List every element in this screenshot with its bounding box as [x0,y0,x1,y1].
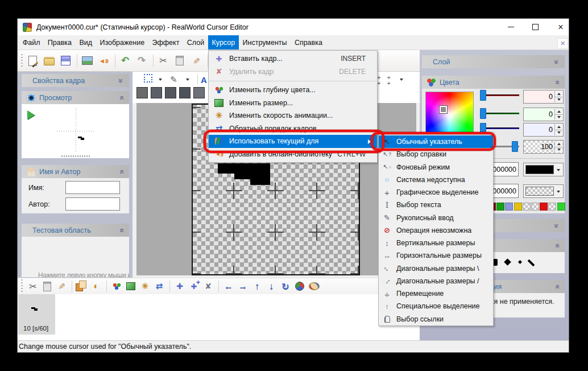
brush-icon[interactable] [55,279,68,293]
panel-header-frame-properties[interactable]: Свойства кадра [22,74,129,87]
menu-file[interactable]: Файл [19,35,44,50]
menu-item-resize[interactable]: Изменить размер... [209,97,377,110]
alpha-spinner[interactable] [554,141,562,152]
rotate-icon[interactable] [279,279,292,293]
submenu-item-move[interactable]: Перемещение [379,287,493,300]
submenu-item-alternate-select[interactable]: Специальное выделение [379,300,493,312]
menu-item-color-depth[interactable]: Изменить глубину цвета... [209,84,377,97]
add-frame-icon[interactable] [173,279,187,293]
toolbar-grip[interactable] [21,279,23,293]
pencil-tool-icon[interactable] [170,74,177,85]
play-icon[interactable] [27,110,35,119]
save-icon[interactable] [59,54,72,68]
submenu-item-precision-select[interactable]: Графическое выделение [379,186,493,199]
menu-item-animation-speed[interactable]: Изменить скорость анимации... [209,109,377,122]
chevron-up-icon[interactable] [553,241,561,250]
redo-icon[interactable] [135,54,148,68]
primary-color-combo[interactable] [523,163,564,176]
name-field[interactable] [65,181,120,194]
color-wheel-marker[interactable] [440,106,447,113]
publish-icon[interactable] [97,54,110,68]
chevron-up-icon[interactable] [553,282,561,291]
panel-header-name-author[interactable]: Имя и Автор [22,165,129,178]
selection-dropdown-icon[interactable] [159,79,162,81]
menu-layer[interactable]: Слой [183,35,208,50]
palette-swatch[interactable] [540,203,548,211]
paste-icon[interactable] [173,54,186,68]
brush-swatch[interactable] [193,87,205,98]
animation-speed-icon[interactable] [138,279,152,293]
move-left-icon[interactable] [222,279,235,293]
submenu-item-working-background[interactable]: Фоновый режим [379,161,493,174]
move-right-icon[interactable] [236,279,250,293]
cut-icon[interactable] [157,54,169,68]
reverse-order-icon[interactable] [152,279,166,293]
chevron-up-icon[interactable] [553,78,561,86]
submenu-item-link-select[interactable]: Выбор ссылки [379,313,493,325]
move-up-icon[interactable] [250,279,264,293]
submenu-item-unavailable[interactable]: Операция невозможна [379,224,493,237]
palette-icon[interactable] [307,279,321,293]
submenu-item-busy[interactable]: Система недоступна [379,174,493,186]
grid-dropdown-icon[interactable] [400,79,403,81]
chevron-down-icon[interactable] [553,221,561,230]
palette-swatch[interactable] [557,203,565,211]
secondary-color-combo[interactable] [523,184,564,198]
submenu-item-diagonal-resize-1[interactable]: Диагональные размеры \ [379,262,493,275]
palette-swatch[interactable] [523,203,531,211]
undo-icon[interactable] [119,54,131,68]
alpha-slider-handle[interactable] [512,141,518,152]
new-icon[interactable] [26,54,39,68]
contrast-icon[interactable] [89,279,103,293]
export-image-icon[interactable] [81,54,93,68]
panel-header-layer[interactable]: Слой [422,55,565,68]
red-value[interactable]: 0 [523,90,564,104]
panel-header-preview[interactable]: Просмотр [22,91,129,104]
brush-swatch[interactable] [136,87,148,98]
red-slider-handle[interactable] [480,90,486,101]
selection-tool-icon[interactable] [144,74,152,83]
menu-item-delete-frame[interactable]: Удалить кадр DELETE [209,65,377,79]
chevron-up-icon[interactable] [117,226,125,234]
duplicate-frame-icon[interactable] [187,279,201,293]
menu-help[interactable]: Справка [291,35,326,50]
submenu-item-text-select[interactable]: Выбор текста [379,199,493,211]
open-icon[interactable] [43,54,55,68]
submenu-item-diagonal-resize-2[interactable]: Диагональные размеры / [379,275,493,287]
submenu-item-vertical-resize[interactable]: Вертикальные размеры [379,237,493,249]
alpha-value[interactable]: 100 [523,140,564,154]
menu-edit[interactable]: Правка [44,35,76,50]
palette-swatch[interactable] [548,203,556,211]
brush-swatch[interactable] [165,87,176,98]
submenu-item-handwriting[interactable]: Рукописный ввод [379,212,493,224]
author-field[interactable] [65,197,120,211]
chevron-up-icon[interactable] [117,93,125,102]
paste-icon[interactable] [40,279,54,293]
brush-swatch[interactable] [179,87,191,98]
green-spinner[interactable] [554,109,562,120]
panel-header-colors[interactable]: Цвета [422,76,565,89]
palette-swatch[interactable] [505,203,513,211]
brush-icon[interactable] [190,54,202,68]
brush-swatch[interactable] [151,87,162,98]
menu-item-insert-frame[interactable]: Вставить кадр... INSERT [209,52,377,65]
red-spinner[interactable] [554,91,562,102]
resize-icon[interactable] [124,279,138,293]
test-cursor-icon[interactable] [293,279,307,293]
chevron-down-icon[interactable] [117,76,125,85]
menu-tools[interactable]: Инструменты [239,35,291,50]
chevron-down-icon[interactable] [553,57,561,66]
green-slider-track[interactable] [481,113,519,114]
blue-slider-track[interactable] [481,127,519,129]
maximize-button[interactable] [529,19,541,35]
color-depth-icon[interactable] [110,279,123,293]
menu-image[interactable]: Изображение [96,35,148,50]
document-close-icon[interactable] [557,38,568,49]
toolbar-grip[interactable] [21,54,23,68]
cut-icon[interactable] [26,279,40,293]
submenu-item-horizontal-resize[interactable]: Горизонтальные размеры [379,249,493,262]
panel-header-test-area[interactable]: Тестовая область [22,224,129,237]
menu-effect[interactable]: Эффект [148,35,183,50]
hotspot-grid-icon2[interactable] [377,77,393,89]
green-slider-handle[interactable] [480,108,486,119]
